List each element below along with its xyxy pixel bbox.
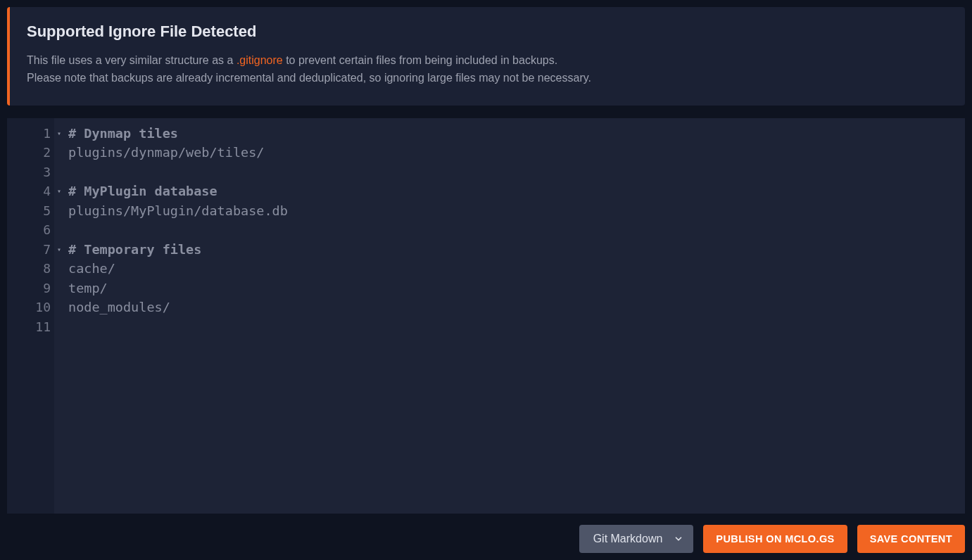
line-number: 8 [7,259,54,279]
fold-marker[interactable]: ▾ [54,240,64,260]
notice-text: to prevent certain files from being incl… [283,54,557,66]
info-notice: Supported Ignore File Detected This file… [7,7,965,106]
fold-marker [54,163,64,182]
line-number: 10 [7,298,54,317]
fold-marker [54,279,64,298]
fold-marker[interactable]: ▾ [54,182,64,201]
line-number: 2 [7,143,54,163]
code-line[interactable]: plugins/MyPlugin/database.db [68,201,961,221]
line-number: 11 [7,317,54,337]
code-area[interactable]: # Dynmap tilesplugins/dynmap/web/tiles/#… [64,118,965,514]
line-number: 7 [7,240,54,260]
line-number: 4 [7,182,54,201]
fold-marker [54,220,64,240]
language-select-label: Git Markdown [593,533,663,545]
line-number: 5 [7,201,54,221]
fold-marker [54,201,64,221]
code-line[interactable]: node_modules/ [68,298,961,317]
fold-marker[interactable]: ▾ [54,124,64,144]
code-line[interactable]: cache/ [68,259,961,279]
fold-marker [54,317,64,337]
chevron-down-icon [674,534,683,544]
notice-text: Please note that backups are already inc… [27,72,591,84]
line-number: 1 [7,124,54,144]
code-editor[interactable]: 1234567891011 ▾▾▾ # Dynmap tilesplugins/… [7,118,965,514]
editor-footer: Git Markdown PUBLISH ON MCLO.GS SAVE CON… [7,522,965,553]
notice-text: This file uses a very similar structure … [27,54,236,66]
notice-title: Supported Ignore File Detected [27,23,948,41]
publish-button[interactable]: PUBLISH ON MCLO.GS [703,525,847,553]
code-line[interactable]: temp/ [68,279,961,298]
code-line[interactable] [68,163,961,182]
code-line[interactable]: # MyPlugin database [68,182,961,201]
fold-marker [54,143,64,163]
code-line[interactable] [68,317,961,337]
line-number: 3 [7,163,54,182]
line-number-gutter: 1234567891011 [7,118,54,514]
notice-body: This file uses a very similar structure … [27,52,948,87]
fold-marker [54,298,64,317]
code-line[interactable]: plugins/dynmap/web/tiles/ [68,143,961,163]
code-line[interactable]: # Dynmap tiles [68,124,961,144]
code-line[interactable]: # Temporary files [68,240,961,260]
fold-gutter: ▾▾▾ [54,118,64,514]
gitignore-link[interactable]: .gitignore [236,54,283,66]
line-number: 6 [7,220,54,240]
language-select[interactable]: Git Markdown [579,525,694,553]
line-number: 9 [7,279,54,298]
code-line[interactable] [68,220,961,240]
save-content-button[interactable]: SAVE CONTENT [857,525,965,553]
fold-marker [54,259,64,279]
